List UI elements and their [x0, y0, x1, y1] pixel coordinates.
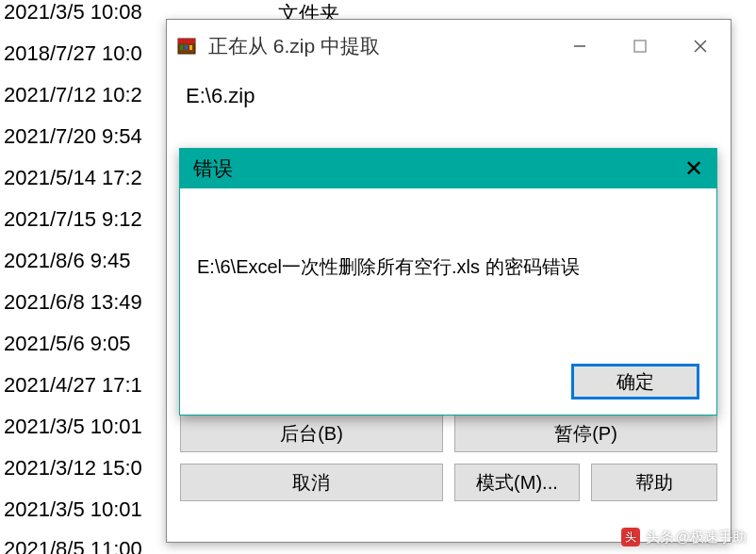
button-row-2: 取消 模式(M)... 帮助: [180, 464, 717, 501]
pause-button[interactable]: 暂停(P): [454, 415, 717, 452]
file-date: 2021/5/6 9:05: [4, 332, 131, 356]
svg-rect-1: [178, 39, 195, 43]
error-dialog: 错误 ✕ E:\6\Excel一次性删除所有空行.xls 的密码错误 确定: [179, 148, 717, 416]
file-date: 2021/5/14 17:2: [4, 166, 142, 190]
watermark-author: @极速手助: [676, 529, 747, 546]
archive-path: E:\6.zip: [186, 84, 717, 108]
watermark: 头 头条 @极速手助: [621, 528, 747, 546]
svg-rect-3: [185, 45, 188, 50]
ok-button[interactable]: 确定: [571, 364, 699, 399]
file-date: 2021/8/5 11:00: [4, 537, 142, 554]
file-date: 2021/3/5 10:01: [4, 415, 142, 439]
svg-rect-2: [180, 45, 183, 50]
window-title: 正在从 6.zip 中提取: [208, 33, 380, 59]
watermark-logo-icon: 头: [621, 528, 640, 546]
winrar-icon: [176, 36, 197, 57]
file-date: 2018/7/27 10:0: [4, 41, 142, 66]
file-date: 2021/3/5 10:01: [4, 497, 142, 522]
file-date: 2021/3/12 15:0: [4, 456, 142, 481]
close-button[interactable]: [670, 20, 731, 73]
help-button[interactable]: 帮助: [591, 464, 717, 501]
error-message: E:\6\Excel一次性删除所有空行.xls 的密码错误: [180, 188, 716, 280]
file-date: 2021/7/20 9:54: [4, 124, 142, 149]
window-controls: [550, 20, 731, 73]
file-date: 2021/3/5 10:08: [4, 0, 142, 24]
mode-button[interactable]: 模式(M)...: [454, 464, 581, 501]
error-title: 错误: [193, 155, 233, 182]
maximize-button[interactable]: [610, 20, 670, 73]
button-row-1: 后台(B) 暂停(P): [180, 415, 717, 452]
error-titlebar: 错误 ✕: [180, 149, 716, 188]
cancel-button[interactable]: 取消: [180, 464, 443, 501]
svg-rect-4: [189, 45, 192, 50]
titlebar: 正在从 6.zip 中提取: [167, 20, 731, 73]
svg-rect-6: [634, 41, 646, 52]
error-footer: 确定: [571, 364, 699, 399]
watermark-prefix: 头条: [646, 529, 674, 546]
file-date: 2021/6/8 13:49: [4, 290, 142, 315]
file-date: 2021/7/15 9:12: [4, 207, 142, 232]
file-date: 2021/8/6 9:45: [4, 249, 131, 273]
close-icon[interactable]: ✕: [684, 155, 703, 182]
minimize-button[interactable]: [550, 20, 610, 73]
file-date: 2021/7/12 10:2: [4, 83, 142, 107]
background-button[interactable]: 后台(B): [180, 415, 443, 452]
file-date: 2021/4/27 17:1: [4, 373, 142, 398]
